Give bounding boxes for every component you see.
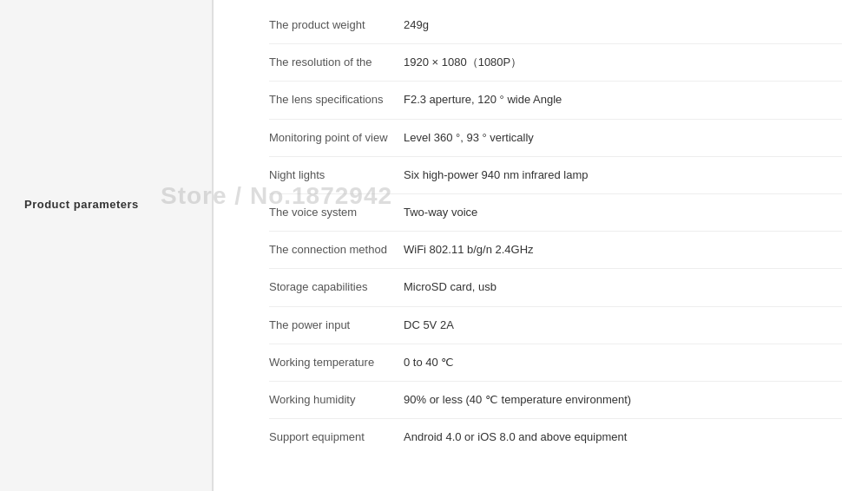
param-value: 90% or less (40 ℃ temperature environmen…	[404, 392, 842, 408]
param-value: Android 4.0 or iOS 8.0 and above equipme…	[404, 429, 842, 445]
param-label: Working humidity	[269, 392, 404, 408]
param-label: The product weight	[269, 17, 404, 33]
param-value: Level 360 °, 93 ° vertically	[404, 130, 842, 146]
param-row: Support equipmentAndroid 4.0 or iOS 8.0 …	[269, 419, 842, 455]
param-value: 249g	[404, 17, 842, 33]
param-row: The lens specificationsF2.3 aperture, 12…	[269, 82, 842, 119]
param-label: The power input	[269, 318, 404, 333]
param-row: The resolution of the1920 × 1080（1080P）	[269, 44, 842, 82]
param-value: Six high-power 940 nm infrared lamp	[404, 167, 842, 183]
product-parameters-label: Product parameters	[24, 198, 139, 211]
param-value: 0 to 40 ℃	[404, 355, 842, 370]
param-label: Monitoring point of view	[269, 130, 404, 146]
param-label: The lens specifications	[269, 92, 404, 108]
param-label: Working temperature	[269, 355, 404, 370]
param-row: The voice systemTwo-way voice	[269, 194, 842, 232]
param-value: Two-way voice	[404, 205, 842, 220]
param-label: Storage capabilities	[269, 279, 404, 295]
param-row: Storage capabilitiesMicroSD card, usb	[269, 269, 842, 306]
left-panel	[0, 0, 213, 491]
param-value: DC 5V 2A	[404, 318, 842, 333]
params-table: The product weight249gThe resolution of …	[269, 7, 842, 455]
param-value: WiFi 802.11 b/g/n 2.4GHz	[404, 242, 842, 258]
param-label: Support equipment	[269, 429, 404, 445]
param-label: The voice system	[269, 205, 404, 220]
param-value: MicroSD card, usb	[404, 279, 842, 295]
param-value: F2.3 aperture, 120 ° wide Angle	[404, 92, 842, 108]
param-row: The power inputDC 5V 2A	[269, 307, 842, 344]
param-value: 1920 × 1080（1080P）	[404, 55, 842, 70]
param-label: The resolution of the	[269, 55, 404, 70]
param-row: Working humidity90% or less (40 ℃ temper…	[269, 382, 842, 419]
param-row: Monitoring point of viewLevel 360 °, 93 …	[269, 120, 842, 157]
param-row: Night lightsSix high-power 940 nm infrar…	[269, 157, 842, 194]
param-label: The connection method	[269, 242, 404, 258]
vertical-divider	[213, 0, 214, 491]
param-row: The connection methodWiFi 802.11 b/g/n 2…	[269, 232, 842, 269]
param-row: Working temperature0 to 40 ℃	[269, 344, 842, 382]
param-label: Night lights	[269, 167, 404, 183]
param-row: The product weight249g	[269, 7, 842, 44]
